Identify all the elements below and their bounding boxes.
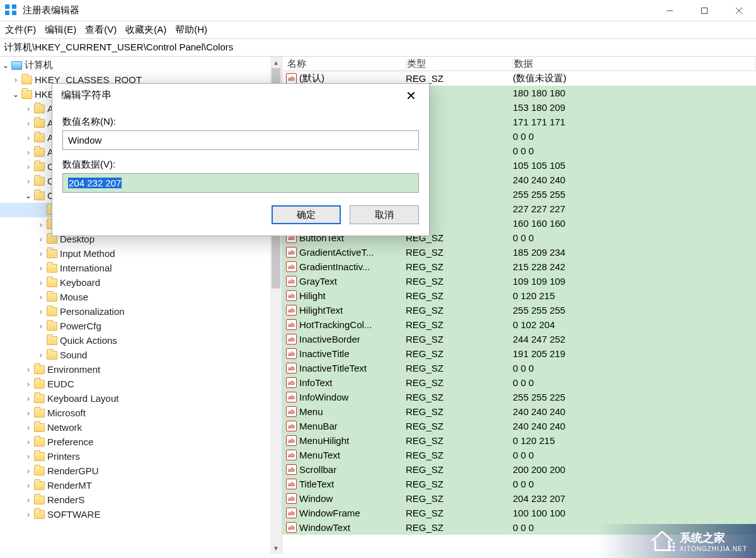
chevron-icon[interactable]: › — [37, 249, 45, 258]
close-button[interactable] — [721, 0, 756, 21]
tree-item-label: RenderMT — [47, 480, 92, 491]
registry-value-row[interactable]: TitleTextREG_SZ0 0 0 — [282, 477, 756, 491]
tree-item[interactable]: ›Mouse — [0, 290, 282, 304]
tree-item[interactable]: ›Keyboard Layout — [0, 391, 282, 406]
chevron-icon[interactable]: › — [24, 105, 33, 113]
registry-value-row[interactable]: MenuHilightREG_SZ0 120 215 — [282, 433, 756, 448]
chevron-icon[interactable]: › — [37, 351, 45, 360]
maximize-button[interactable] — [687, 0, 721, 21]
registry-value-row[interactable]: MenuTextREG_SZ0 0 0 — [282, 448, 756, 462]
header-data[interactable]: 数据 — [513, 58, 756, 70]
folder-icon — [34, 365, 45, 374]
registry-value-row[interactable]: InactiveTitleREG_SZ191 205 219 — [282, 346, 756, 361]
chevron-icon[interactable]: › — [24, 394, 33, 403]
chevron-icon[interactable]: › — [24, 467, 33, 475]
value-data-input[interactable]: 204 232 207 — [62, 173, 419, 193]
tree-item[interactable]: Quick Actions — [0, 333, 282, 348]
registry-value-row[interactable]: HilightTextREG_SZ255 255 255 — [282, 303, 756, 317]
watermark-subtext: XITONGZHIJIA.NET — [680, 545, 748, 552]
chevron-icon[interactable]: › — [24, 481, 33, 490]
chevron-icon[interactable]: › — [37, 278, 45, 287]
registry-value-row[interactable]: MenuBarREG_SZ240 240 240 — [282, 419, 756, 433]
menu-file[interactable]: 文件(F) — [5, 24, 36, 36]
tree-item[interactable]: ›Environment — [0, 362, 282, 377]
registry-value-row[interactable]: GradientActiveT...REG_SZ185 209 234 — [282, 245, 756, 259]
chevron-icon[interactable]: › — [24, 119, 33, 128]
tree-item[interactable]: ›RenderMT — [0, 478, 282, 493]
list-header[interactable]: 名称 类型 数据 — [282, 57, 756, 71]
chevron-icon[interactable]: › — [11, 76, 20, 84]
registry-value-row[interactable]: HotTrackingCol...REG_SZ0 102 204 — [282, 317, 756, 332]
menu-favorites[interactable]: 收藏夹(A) — [125, 24, 166, 36]
chevron-icon[interactable]: › — [24, 409, 33, 418]
address-bar[interactable]: 计算机\HKEY_CURRENT_USER\Control Panel\Colo… — [0, 39, 756, 57]
tree-item[interactable]: ›Preference — [0, 435, 282, 449]
value-data: 191 205 219 — [513, 348, 756, 359]
tree-item[interactable]: ⌄计算机 — [0, 58, 282, 72]
tree-item[interactable]: ›Keyboard — [0, 275, 282, 290]
chevron-icon[interactable]: › — [37, 307, 45, 316]
tree-item[interactable]: ›Personalization — [0, 304, 282, 319]
value-type: REG_SZ — [406, 319, 513, 330]
header-name[interactable]: 名称 — [286, 58, 406, 70]
registry-value-row[interactable]: InactiveTitleTextREG_SZ0 0 0 — [282, 361, 756, 375]
tree-item[interactable]: ›Microsoft — [0, 406, 282, 420]
menu-edit[interactable]: 编辑(E) — [45, 24, 76, 36]
registry-value-row[interactable]: MenuREG_SZ240 240 240 — [282, 404, 756, 419]
tree-item[interactable]: ›Network — [0, 420, 282, 435]
tree-item[interactable]: ›Input Method — [0, 246, 282, 261]
dialog-close-button[interactable]: ✕ — [402, 89, 420, 102]
value-name: InactiveTitle — [299, 348, 349, 359]
registry-value-row[interactable]: InfoWindowREG_SZ255 255 225 — [282, 390, 756, 404]
window-title: 注册表编辑器 — [23, 4, 79, 16]
value-data-label: 数值数据(V): — [62, 159, 419, 171]
chevron-icon[interactable]: ⌄ — [1, 61, 10, 70]
chevron-icon[interactable]: › — [24, 423, 33, 432]
chevron-icon[interactable]: › — [37, 235, 45, 244]
menu-help[interactable]: 帮助(H) — [175, 24, 207, 36]
watermark-text: 系统之家 — [680, 532, 725, 544]
chevron-icon[interactable]: › — [24, 177, 33, 186]
string-value-icon — [286, 276, 297, 287]
chevron-icon[interactable]: › — [24, 134, 33, 142]
registry-value-row[interactable]: WindowFrameREG_SZ100 100 100 — [282, 506, 756, 520]
minimize-button[interactable] — [652, 0, 687, 21]
registry-value-row[interactable]: ScrollbarREG_SZ200 200 200 — [282, 462, 756, 477]
chevron-icon[interactable]: ⌄ — [24, 191, 33, 200]
tree-item[interactable]: ›SOFTWARE — [0, 507, 282, 521]
chevron-icon[interactable]: › — [24, 148, 33, 157]
tree-item[interactable]: ›Sound — [0, 348, 282, 362]
chevron-icon[interactable]: › — [24, 162, 33, 171]
string-value-icon — [286, 247, 297, 258]
registry-value-row[interactable]: GradientInactiv...REG_SZ215 228 242 — [282, 259, 756, 274]
ok-button[interactable]: 确定 — [272, 205, 341, 224]
tree-item[interactable]: ›PowerCfg — [0, 319, 282, 333]
chevron-icon[interactable]: › — [24, 452, 33, 461]
value-name-input[interactable]: Window — [62, 130, 419, 150]
chevron-icon[interactable]: › — [24, 496, 33, 504]
registry-value-row[interactable]: HilightREG_SZ0 120 215 — [282, 288, 756, 303]
value-name: Menu — [299, 406, 323, 417]
chevron-icon[interactable]: › — [24, 365, 33, 374]
registry-value-row[interactable]: GrayTextREG_SZ109 109 109 — [282, 274, 756, 288]
chevron-icon[interactable]: › — [37, 293, 45, 302]
chevron-icon[interactable]: › — [37, 220, 45, 229]
menu-view[interactable]: 查看(V) — [85, 24, 117, 36]
chevron-icon[interactable]: › — [37, 322, 45, 331]
registry-value-row[interactable]: InfoTextREG_SZ0 0 0 — [282, 375, 756, 390]
chevron-icon[interactable]: › — [24, 438, 33, 447]
chevron-icon[interactable]: ⌄ — [11, 90, 20, 99]
tree-item[interactable]: ›Printers — [0, 449, 282, 464]
tree-item[interactable]: ›EUDC — [0, 377, 282, 391]
tree-item[interactable]: ›International — [0, 261, 282, 275]
chevron-icon[interactable]: › — [37, 264, 45, 273]
registry-value-row[interactable]: InactiveBorderREG_SZ244 247 252 — [282, 332, 756, 346]
tree-item[interactable]: ›RenderGPU — [0, 464, 282, 478]
computer-icon — [11, 61, 22, 70]
header-type[interactable]: 类型 — [406, 58, 513, 70]
cancel-button[interactable]: 取消 — [350, 205, 419, 224]
registry-value-row[interactable]: WindowREG_SZ204 232 207 — [282, 491, 756, 506]
tree-item[interactable]: ›RenderS — [0, 493, 282, 507]
chevron-icon[interactable]: › — [24, 510, 33, 519]
chevron-icon[interactable]: › — [24, 380, 33, 389]
